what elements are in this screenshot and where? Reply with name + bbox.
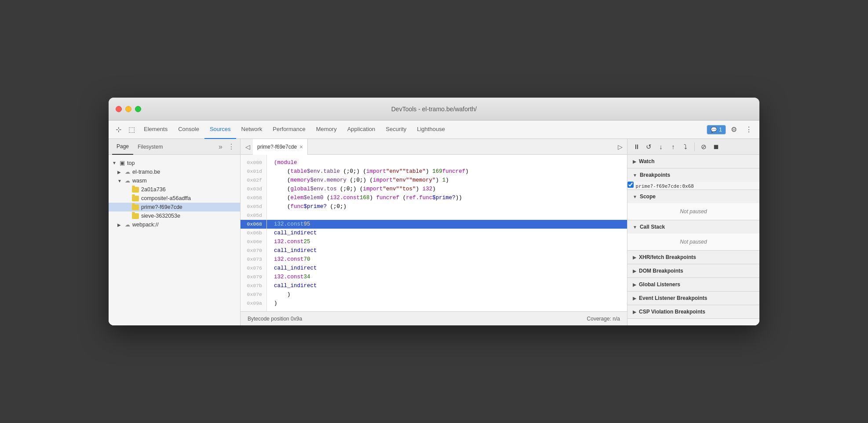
watch-section: ▶ Watch <box>627 155 759 168</box>
resume-button[interactable]: ↺ <box>643 142 654 152</box>
expand-arrow-top: ▼ <box>112 160 117 165</box>
deactivate-button[interactable]: ⊘ <box>698 142 709 152</box>
file-icon-2a01a736 <box>132 187 139 193</box>
dom-arrow: ▶ <box>633 269 636 273</box>
tree-item-eltramo[interactable]: ▶ ☁ el-tramo.be <box>109 168 240 176</box>
right-panel: ⏸ ↺ ↓ ↑ ⤵ ⊘ ⏹ ▶ Watch ▼ Breakpoi <box>627 139 759 325</box>
line-num-15: 0x07b <box>241 281 266 290</box>
feedback-icon: 💬 <box>711 127 717 133</box>
tree-label-wasm: wasm <box>132 178 147 184</box>
line-num-1: 0x000 <box>241 158 266 167</box>
line-num-9: 0x06b <box>241 229 266 237</box>
editor-status-bar: Bytecode position 0x9a Coverage: n/a <box>241 311 627 325</box>
expand-arrow-webpack: ▶ <box>117 222 123 227</box>
step-over-button[interactable]: ↓ <box>656 142 666 152</box>
code-line-14: i32.const 34 <box>274 273 627 281</box>
code-line-8: i32.const 95 <box>267 220 627 229</box>
watch-arrow: ▶ <box>633 159 636 164</box>
scope-label: Scope <box>640 193 656 200</box>
expand-arrow-wasm: ▼ <box>117 179 123 183</box>
editor-tab-prime[interactable]: prime?-f69e7cde × <box>253 139 308 155</box>
code-line-13: call_indirect <box>274 264 627 273</box>
tree-item-wasm[interactable]: ▼ ☁ wasm <box>109 176 240 185</box>
tab-performance[interactable]: Performance <box>267 120 310 139</box>
csp-section-header[interactable]: ▶ CSP Violation Breakpoints <box>627 305 759 318</box>
scope-section: ▼ Scope Not paused <box>627 190 759 220</box>
watch-label: Watch <box>639 158 655 164</box>
pause-button[interactable]: ⏸ <box>631 142 642 152</box>
call-stack-section: ▼ Call Stack Not paused <box>627 220 759 251</box>
cursor-icon[interactable]: ⊹ <box>112 124 124 136</box>
tree-item-composite[interactable]: ▶ composite!-a56adffa <box>109 194 240 203</box>
tree-item-prime[interactable]: ▶ prime?-f69e7cde <box>109 203 240 212</box>
code-line-12: i32.const 70 <box>274 255 627 264</box>
breakpoint-label-0: prime?-f69e7cde:0x68 <box>635 183 693 189</box>
tab-filesystem[interactable]: Filesystem <box>133 139 167 155</box>
call-stack-not-paused: Not paused <box>627 233 759 250</box>
left-panel: Page Filesystem » ⋮ ▼ ▣ top ▶ ☁ el-tramo… <box>109 139 241 325</box>
close-button[interactable] <box>116 106 122 112</box>
tab-network[interactable]: Network <box>236 120 268 139</box>
call-stack-arrow: ▼ <box>633 225 637 230</box>
line-num-16: 0x07e <box>241 290 266 299</box>
scope-arrow: ▼ <box>633 194 637 199</box>
tab-security[interactable]: Security <box>380 120 412 139</box>
xhr-section-header[interactable]: ▶ XHR/fetch Breakpoints <box>627 251 759 264</box>
debug-toolbar: ⏸ ↺ ↓ ↑ ⤵ ⊘ ⏹ <box>627 139 759 155</box>
step-into-button[interactable]: ↑ <box>668 142 678 152</box>
pause-exceptions-button[interactable]: ⏹ <box>711 142 721 152</box>
main-tab-bar: ⊹ ⬚ Elements Console Sources Network Per… <box>109 120 759 139</box>
step-out-button[interactable]: ⤵ <box>680 142 691 152</box>
feedback-badge[interactable]: 💬 1 <box>707 125 726 135</box>
coverage-status: Coverage: n/a <box>587 316 620 322</box>
tree-label-top: top <box>127 160 135 166</box>
tab-memory[interactable]: Memory <box>311 120 342 139</box>
line-num-5: 0x058 <box>241 193 266 202</box>
call-stack-section-header[interactable]: ▼ Call Stack <box>627 220 759 233</box>
more-options-icon[interactable]: ⋮ <box>743 124 755 136</box>
line-num-7: 0x05d <box>241 211 266 220</box>
tab-lighthouse[interactable]: Lighthouse <box>412 120 450 139</box>
line-num-14: 0x079 <box>241 273 266 281</box>
panel-menu-icon[interactable]: ⋮ <box>226 142 237 151</box>
run-snippet-icon[interactable]: ▷ <box>615 142 625 152</box>
cloud-icon-wasm: ☁ <box>125 178 130 184</box>
event-listener-arrow: ▶ <box>633 296 636 301</box>
panel-tabs: Page Filesystem » ⋮ <box>109 139 240 155</box>
editor-nav-back[interactable]: ◁ <box>242 142 253 152</box>
line-num-12: 0x073 <box>241 255 266 264</box>
xhr-section: ▶ XHR/fetch Breakpoints <box>627 251 759 264</box>
tab-elements[interactable]: Elements <box>139 120 173 139</box>
global-listeners-arrow: ▶ <box>633 282 636 287</box>
tab-sources[interactable]: Sources <box>204 120 236 139</box>
tab-console[interactable]: Console <box>173 120 204 139</box>
tab-application[interactable]: Application <box>342 120 381 139</box>
panel-more-icon[interactable]: » <box>217 143 224 151</box>
tree-item-webpack[interactable]: ▶ ☁ webpack:// <box>109 220 240 229</box>
right-controls: 💬 1 ⚙ ⋮ <box>707 124 756 136</box>
breakpoints-arrow: ▼ <box>633 173 637 178</box>
breakpoints-section-header[interactable]: ▼ Breakpoints <box>627 168 759 182</box>
tree-item-2a01a736[interactable]: ▶ 2a01a736 <box>109 185 240 194</box>
editor-tab-close[interactable]: × <box>299 144 303 150</box>
line-num-10: 0x06e <box>241 237 266 246</box>
file-icon-sieve <box>132 213 139 219</box>
tree-item-top[interactable]: ▼ ▣ top <box>109 158 240 168</box>
code-area[interactable]: 0x000 0x01d 0x02f 0x03d 0x058 0x05d 0x05… <box>241 155 627 311</box>
watch-section-header[interactable]: ▶ Watch <box>627 155 759 168</box>
scope-section-header[interactable]: ▼ Scope <box>627 190 759 203</box>
dom-section: ▶ DOM Breakpoints <box>627 264 759 278</box>
maximize-button[interactable] <box>135 106 141 112</box>
dom-section-header[interactable]: ▶ DOM Breakpoints <box>627 264 759 277</box>
badge-count: 1 <box>719 127 722 133</box>
tab-page[interactable]: Page <box>112 139 133 155</box>
breakpoint-checkbox-0[interactable] <box>627 182 634 188</box>
settings-icon[interactable]: ⚙ <box>728 124 740 136</box>
tree-label-composite: composite!-a56adffa <box>141 195 191 201</box>
tree-label-eltramo: el-tramo.be <box>132 169 160 175</box>
event-listener-header[interactable]: ▶ Event Listener Breakpoints <box>627 292 759 305</box>
global-listeners-header[interactable]: ▶ Global Listeners <box>627 278 759 291</box>
tree-item-sieve[interactable]: ▶ sieve-3632053e <box>109 212 240 220</box>
inspect-icon[interactable]: ⬚ <box>125 124 138 136</box>
minimize-button[interactable] <box>125 106 131 112</box>
